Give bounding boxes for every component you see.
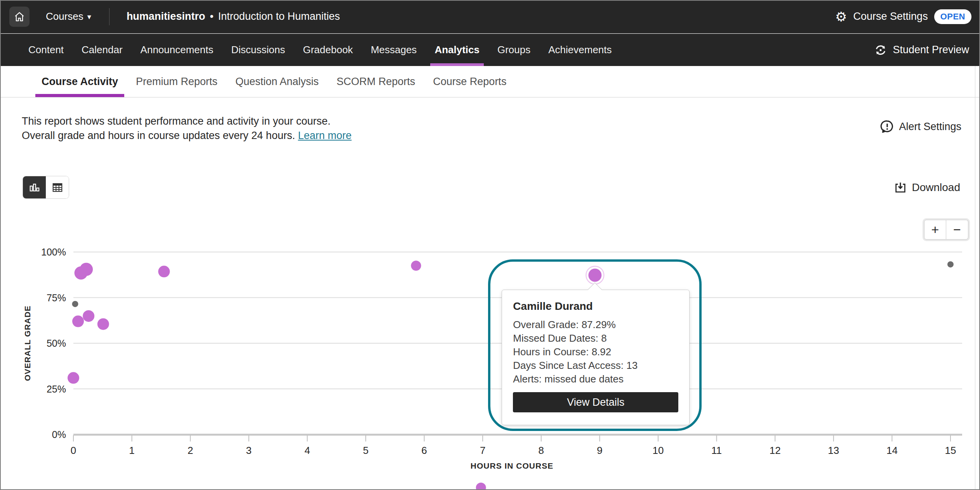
data-point[interactable] [947,261,954,268]
student-preview-button[interactable]: Student Preview [874,43,980,57]
report-description-line1: This report shows student performance an… [22,114,352,129]
open-status-badge[interactable]: OPEN [934,9,971,24]
course-name: Introduction to Humanities [218,10,340,23]
report-description-line2: Overall grade and hours in course update… [22,129,352,143]
view-details-button[interactable]: View Details [513,392,678,412]
x-tick-label: 9 [597,445,602,456]
tab-content[interactable]: Content [19,34,73,66]
tooltip-hours-in-course: Hours in Course: 8.92 [513,345,678,359]
course-id: humanitiesintro [127,10,205,23]
tab-gradebook[interactable]: Gradebook [294,34,362,66]
x-tick-label: 5 [363,445,368,456]
x-tick-label: 3 [246,445,252,456]
student-tooltip: Camille Durand Overall Grade: 87.29% Mis… [502,290,690,425]
data-point[interactable] [83,310,94,322]
x-tick-label: 13 [828,445,839,456]
gear-icon: ⚙ [835,10,847,23]
data-point[interactable] [72,316,84,327]
chevron-down-icon: ▾ [87,12,91,21]
scrollbar-track[interactable] [975,66,975,490]
main-nav: Content Calendar Announcements Discussio… [0,34,980,66]
x-tick-label: 1 [129,445,134,456]
home-icon [14,11,25,23]
x-tick-label: 0 [71,445,76,456]
tooltip-days-since-access: Days Since Last Access: 13 [513,359,678,372]
tab-messages[interactable]: Messages [362,34,426,66]
x-tick-label: 14 [886,445,898,456]
scatter-chart[interactable]: 0%25%50%75%100%0123456789101112131415HOU… [0,217,980,490]
home-button[interactable] [9,7,30,27]
x-tick-label: 10 [653,445,664,456]
x-tick-label: 8 [539,445,544,456]
x-tick-label: 11 [711,445,722,456]
x-tick-label: 4 [304,445,310,456]
bar-chart-icon [29,182,40,193]
subtab-premium-reports[interactable]: Premium Reports [127,66,226,97]
y-tick-label: 0% [52,429,66,440]
y-tick-label: 25% [47,384,66,394]
x-tick-label: 15 [945,445,956,456]
partial-data-point[interactable] [476,483,486,490]
learn-more-link[interactable]: Learn more [298,130,351,141]
separator: • [210,10,213,23]
course-settings-button[interactable]: Course Settings [853,10,928,23]
chart-view-button[interactable] [23,176,46,198]
alert-bubble-icon [880,120,894,134]
subtab-question-analysis[interactable]: Question Analysis [226,66,328,97]
tab-announcements[interactable]: Announcements [132,34,222,66]
data-point[interactable] [97,318,109,330]
x-axis-title: HOURS IN COURSE [471,461,553,470]
tooltip-alerts: Alerts: missed due dates [513,372,678,386]
data-point[interactable] [72,301,78,307]
data-point[interactable] [68,372,79,384]
main-nav-tabs: Content Calendar Announcements Discussio… [19,34,621,66]
data-point[interactable] [80,263,93,276]
y-axis-title: OVERALL GRADE [23,306,32,381]
refresh-icon [874,43,887,57]
table-icon [52,182,63,193]
highlighted-data-point[interactable] [588,269,601,282]
data-point[interactable] [411,261,421,271]
subtab-course-reports[interactable]: Course Reports [424,66,515,97]
tab-calendar[interactable]: Calendar [73,34,132,66]
subnav-tabs: Course Activity Premium Reports Question… [33,66,515,97]
y-tick-label: 75% [47,292,66,303]
topbar-right: ⚙ Course Settings OPEN [835,9,980,24]
download-icon [894,181,907,194]
x-tick-label: 12 [770,445,781,456]
courses-menu[interactable]: Courses ▾ [46,10,91,23]
x-tick-label: 6 [421,445,427,456]
subtab-scorm-reports[interactable]: SCORM Reports [328,66,424,97]
analytics-page: Courses ▾ humanitiesintro • Introduction… [0,0,980,490]
alert-settings-button[interactable]: Alert Settings [880,120,961,134]
tab-discussions[interactable]: Discussions [222,34,294,66]
top-bar: Courses ▾ humanitiesintro • Introduction… [0,0,980,33]
tooltip-student-name: Camille Durand [513,300,678,313]
x-tick-label: 2 [188,445,193,456]
download-button[interactable]: Download [894,181,960,194]
view-toggle [23,176,69,198]
tab-achievements[interactable]: Achievements [539,34,620,66]
data-point[interactable] [158,266,170,277]
divider [109,8,109,25]
x-tick-label: 7 [480,445,485,456]
analytics-subnav: Course Activity Premium Reports Question… [0,66,980,97]
tab-groups[interactable]: Groups [488,34,539,66]
breadcrumb: humanitiesintro • Introduction to Humani… [127,10,340,23]
y-tick-label: 50% [47,338,66,349]
tab-analytics[interactable]: Analytics [426,34,488,66]
courses-label: Courses [46,10,83,23]
table-view-button[interactable] [46,176,69,198]
tooltip-overall-grade: Overall Grade: 87.29% [513,318,678,332]
subtab-course-activity[interactable]: Course Activity [33,66,127,97]
tooltip-missed-due-dates: Missed Due Dates: 8 [513,332,678,345]
report-description: This report shows student performance an… [22,114,352,143]
x-axis-line [73,434,962,436]
y-tick-label: 100% [41,247,66,257]
